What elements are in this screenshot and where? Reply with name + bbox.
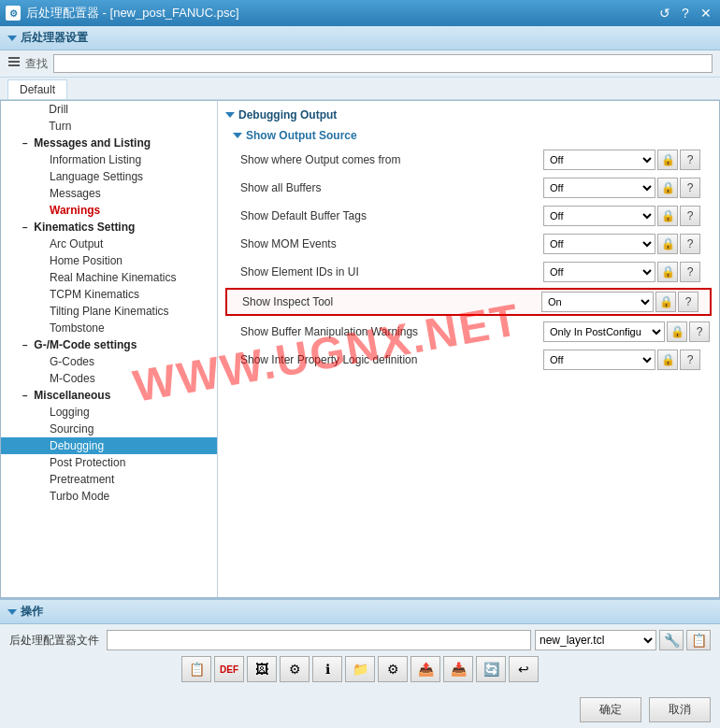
help-btn-show-mom-events[interactable]: ? [680,234,700,254]
tree-item-messages-listing[interactable]: − Messages and Listing [1,135,217,151]
tree-item-post-protection[interactable]: Post Protection [1,454,217,471]
lock-btn-show-element-ids[interactable]: 🔒 [657,262,678,282]
select-show-inter-property[interactable]: OffOn [543,350,655,370]
label-show-default-buffer-tags: Show Default Buffer Tags [225,209,543,222]
lock-btn-show-buffer-manipulation[interactable]: 🔒 [667,321,687,342]
select-show-element-ids[interactable]: OffOn [543,262,655,282]
help-btn-show-inter-property[interactable]: ? [680,350,700,370]
select-show-output-source[interactable]: OffOn [543,150,655,170]
tree-item-messages[interactable]: Messages [1,185,217,202]
help-btn-show-output-source[interactable]: ? [680,150,700,170]
file-row: 后处理配置器文件 new_layer.tcl 🔧 📋 [9,630,711,650]
toolbar-btn-2[interactable]: DEF [214,656,244,682]
actions-content: 后处理配置器文件 new_layer.tcl 🔧 📋 📋 DEF 🖼 ⚙ ℹ 📁… [0,624,720,692]
tree-list: Drill Turn − Messages and Listing Inform… [1,101,217,505]
toolbar-btn-1[interactable]: 📋 [181,656,211,682]
tree-item-drill[interactable]: Drill [1,101,217,118]
main-container: 后处理器设置 查找 Default Drill [0,26,720,728]
tree-item-arc-output[interactable]: Arc Output [1,236,217,252]
svg-rect-0 [8,61,20,63]
toolbar-btn-11[interactable]: ↩ [509,656,539,682]
controls-show-default-buffer-tags: OffOn 🔒 ? [543,206,712,226]
tree-item-language-settings[interactable]: Language Settings [1,168,217,185]
lock-btn-show-output-source[interactable]: 🔒 [657,150,678,170]
toolbar-btn-3[interactable]: 🖼 [247,656,277,682]
tree-item-home-position[interactable]: Home Position [1,252,217,269]
tree-item-m-codes[interactable]: M-Codes [1,370,217,387]
tree-item-logging[interactable]: Logging [1,404,217,421]
tree-label-tombstone: Tombstone [50,321,105,335]
file-label: 后处理配置器文件 [9,633,99,649]
dialog-buttons: 确定 取消 [0,692,720,728]
tree-label-turbo-mode: Turbo Mode [50,490,109,503]
tree-item-debugging[interactable]: Debugging [1,437,217,454]
search-icon [7,56,22,71]
help-btn-show-element-ids[interactable]: ? [680,262,700,282]
property-row-show-buffer-manipulation: Show Buffer Manipulation Warnings OffOnO… [225,320,712,344]
lock-btn-show-inspect-tool[interactable]: 🔒 [655,292,676,312]
refresh-btn[interactable]: ↺ [656,6,673,21]
lock-btn-show-all-buffers[interactable]: 🔒 [657,178,678,198]
select-show-inspect-tool[interactable]: OffOn [541,292,654,312]
toolbar-btn-4[interactable]: ⚙ [280,656,310,682]
tree-item-miscellaneous[interactable]: − Miscellaneous [1,387,217,404]
title-bar-left: ⚙ 后处理配置器 - [new_post_FANUC.psc] [6,5,239,21]
help-btn[interactable]: ? [677,6,694,21]
tree-item-g-codes[interactable]: G-Codes [1,353,217,370]
cancel-button[interactable]: 取消 [649,697,711,722]
tab-bar: Default [0,78,720,100]
help-btn-show-all-buffers[interactable]: ? [680,178,700,198]
tree-item-tilting-plane[interactable]: Tilting Plane Kinematics [1,303,217,320]
help-btn-show-default-buffer-tags[interactable]: ? [680,206,700,226]
toolbar-btn-5[interactable]: ℹ [312,656,342,682]
lock-btn-show-default-buffer-tags[interactable]: 🔒 [657,206,678,226]
messages-expand-icon: − [20,138,31,149]
help-btn-show-inspect-tool[interactable]: ? [678,292,698,312]
collapse-icon[interactable] [7,36,17,41]
tree-item-kinematics[interactable]: − Kinematics Setting [1,219,217,236]
select-show-default-buffer-tags[interactable]: OffOn [543,206,655,226]
confirm-button[interactable]: 确定 [580,697,641,722]
file-browse-btn[interactable]: 🔧 [659,630,684,650]
tree-item-turbo-mode[interactable]: Turbo Mode [1,488,217,505]
select-show-all-buffers[interactable]: OffOn [543,178,655,198]
close-btn[interactable]: ✕ [698,6,714,21]
file-select[interactable]: new_layer.tcl [535,630,656,650]
tree-label-post-protection: Post Protection [50,456,125,469]
file-input[interactable] [107,630,531,650]
toolbar-btn-10[interactable]: 🔄 [476,656,506,682]
tree-item-tombstone[interactable]: Tombstone [1,320,217,336]
lock-btn-show-mom-events[interactable]: 🔒 [657,234,678,254]
select-show-buffer-manipulation[interactable]: OffOnOnly In PostConfigu [543,321,665,342]
tree-item-tcpm[interactable]: TCPM Kinematics [1,286,217,303]
misc-expand-icon: − [20,391,31,401]
label-show-inspect-tool: Show Inspect Tool [227,295,541,308]
tree-item-gm-code[interactable]: − G-/M-Code settings [1,336,217,353]
tree-item-turn[interactable]: Turn [1,118,217,135]
toolbar-btn-8[interactable]: 📤 [410,656,440,682]
title-bar: ⚙ 后处理配置器 - [new_post_FANUC.psc] ↺ ? ✕ [0,0,720,26]
default-tab[interactable]: Default [7,79,67,99]
tree-item-pretreatment[interactable]: Pretreatment [1,471,217,488]
toolbar-btn-7[interactable]: ⚙ [378,656,408,682]
tree-label-gm-code: G-/M-Code settings [34,338,137,351]
tree-item-real-machine[interactable]: Real Machine Kinematics [1,269,217,286]
search-icon-box: 查找 [7,56,48,72]
file-action-btn[interactable]: 📋 [686,630,711,650]
controls-show-inspect-tool: OffOn 🔒 ? [541,292,710,312]
tree-item-information-listing[interactable]: Information Listing [1,151,217,168]
toolbar-btn-9[interactable]: 📥 [443,656,473,682]
help-btn-show-buffer-manipulation[interactable]: ? [689,321,710,342]
tree-item-warnings[interactable]: Warnings [1,202,217,219]
lock-btn-show-inter-property[interactable]: 🔒 [657,350,678,370]
controls-show-output-source: OffOn 🔒 ? [543,150,712,170]
tree-label-real-machine: Real Machine Kinematics [50,271,176,284]
toolbar-btn-6[interactable]: 📁 [345,656,375,682]
select-show-mom-events[interactable]: OffOn [543,234,655,254]
search-input[interactable] [53,54,713,73]
window-title: 后处理配置器 - [new_post_FANUC.psc] [26,5,239,21]
tree-label-turn: Turn [49,120,71,133]
tree-label-pretreatment: Pretreatment [50,473,114,486]
controls-show-element-ids: OffOn 🔒 ? [543,262,712,282]
tree-item-sourcing[interactable]: Sourcing [1,421,217,437]
